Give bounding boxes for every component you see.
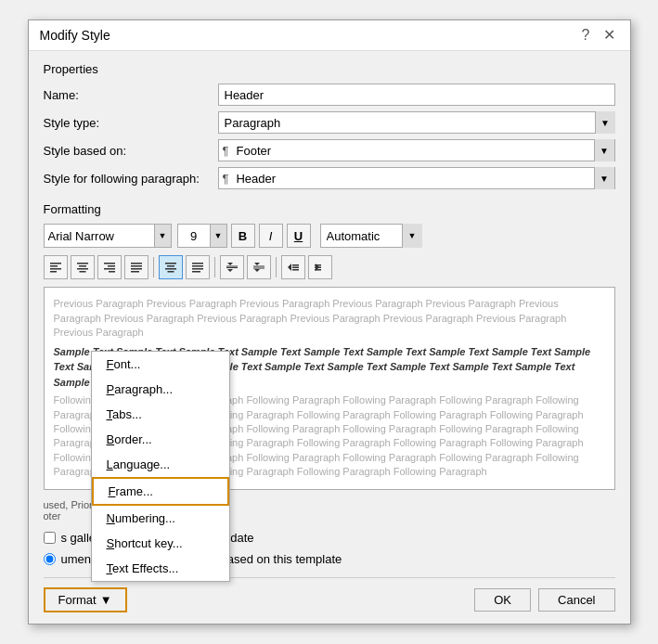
svg-marker-28 xyxy=(254,263,260,265)
title-bar-controls: ? ✕ xyxy=(578,28,619,43)
svg-rect-16 xyxy=(165,263,176,264)
ok-button[interactable]: OK xyxy=(474,588,531,612)
menu-item-language[interactable]: Language... xyxy=(92,452,229,477)
svg-rect-23 xyxy=(192,271,200,273)
align-left-btn[interactable] xyxy=(44,255,68,279)
style-type-select[interactable]: Paragraph xyxy=(218,111,615,134)
only-doc-label[interactable]: ument xyxy=(44,552,95,566)
help-button[interactable]: ? xyxy=(578,28,594,43)
style-based-arrow: ▼ xyxy=(594,139,614,161)
align-separator-1 xyxy=(153,257,154,277)
style-following-label: Style for following paragraph: xyxy=(44,167,211,189)
properties-grid: Name: Style type: Paragraph ▼ Style base… xyxy=(44,84,615,189)
font-name-dropdown[interactable]: ▼ xyxy=(155,224,172,248)
svg-rect-14 xyxy=(131,268,142,270)
indent-decrease-btn[interactable] xyxy=(281,255,305,279)
align-right-btn[interactable] xyxy=(97,255,122,279)
color-select[interactable]: Automatic xyxy=(320,224,422,248)
svg-rect-2 xyxy=(50,268,61,270)
style-based-select-box: ¶ Footer ▼ xyxy=(218,139,615,161)
align-center2-btn[interactable] xyxy=(159,255,183,279)
cancel-button[interactable]: Cancel xyxy=(538,588,614,612)
font-name-input[interactable] xyxy=(44,224,155,248)
align-separator-2 xyxy=(214,257,215,277)
align-justify2-btn[interactable] xyxy=(186,255,210,279)
ok-cancel-row: OK Cancel xyxy=(474,588,614,612)
para-spacing-btn[interactable] xyxy=(247,255,271,279)
svg-rect-13 xyxy=(131,265,142,267)
svg-rect-27 xyxy=(226,267,238,268)
svg-rect-30 xyxy=(253,266,264,267)
preview-previous: Previous Paragraph Previous Paragraph Pr… xyxy=(54,297,605,340)
font-size-dropdown[interactable]: ▼ xyxy=(211,224,227,248)
style-based-select[interactable]: Footer xyxy=(232,140,593,161)
style-following-select-box: ¶ Header ▼ xyxy=(218,167,615,189)
name-value-wrapper xyxy=(218,84,615,106)
close-button[interactable]: ✕ xyxy=(600,28,619,43)
svg-rect-39 xyxy=(315,269,321,271)
format-button[interactable]: Format ▼ xyxy=(44,587,127,612)
dialog-title: Modify Style xyxy=(40,28,110,43)
menu-item-text-effects[interactable]: Text Effects... xyxy=(92,556,229,581)
svg-rect-33 xyxy=(292,264,299,266)
svg-rect-26 xyxy=(226,266,238,267)
svg-rect-22 xyxy=(192,268,203,270)
para-icon-following: ¶ xyxy=(219,172,233,186)
menu-item-shortcut[interactable]: Shortcut key... xyxy=(92,531,229,556)
svg-rect-8 xyxy=(104,263,115,264)
menu-item-numbering[interactable]: Numbering... xyxy=(92,506,229,531)
menu-item-tabs[interactable]: Tabs... xyxy=(92,402,229,427)
format-toolbar: ▼ ▼ B I U Automatic ▼ xyxy=(44,224,615,248)
svg-rect-15 xyxy=(131,271,139,273)
bold-button[interactable]: B xyxy=(231,224,255,248)
style-type-wrapper: Paragraph ▼ xyxy=(218,111,615,134)
formatting-label: Formatting xyxy=(44,202,615,216)
svg-rect-37 xyxy=(315,264,321,266)
add-to-gallery-checkbox[interactable] xyxy=(44,532,56,544)
style-based-label: Style based on: xyxy=(44,139,211,161)
svg-rect-4 xyxy=(77,263,88,264)
menu-item-border[interactable]: Border... xyxy=(92,427,229,452)
svg-rect-20 xyxy=(192,263,203,264)
name-label: Name: xyxy=(44,84,211,106)
menu-item-frame[interactable]: Frame... xyxy=(92,477,229,506)
properties-label: Properties xyxy=(44,62,615,76)
svg-rect-7 xyxy=(79,271,85,273)
title-bar: Modify Style ? ✕ xyxy=(29,20,630,51)
svg-rect-18 xyxy=(165,268,176,270)
svg-marker-24 xyxy=(227,263,233,265)
align-separator-3 xyxy=(276,257,277,277)
font-size-input[interactable] xyxy=(177,224,211,248)
svg-rect-5 xyxy=(79,265,86,267)
line-spacing-btn[interactable] xyxy=(220,255,244,279)
style-following-wrapper: ¶ Header ▼ xyxy=(218,167,615,189)
svg-rect-35 xyxy=(292,269,299,271)
align-center-btn[interactable] xyxy=(71,255,95,279)
underline-button[interactable]: U xyxy=(287,224,311,248)
font-name-wrapper: ▼ xyxy=(44,224,174,248)
svg-marker-29 xyxy=(254,269,260,272)
style-following-select[interactable]: Header xyxy=(232,168,593,188)
style-following-arrow: ▼ xyxy=(594,167,614,189)
style-type-label: Style type: xyxy=(44,111,211,134)
align-justify-btn[interactable] xyxy=(124,255,148,279)
svg-rect-31 xyxy=(253,268,264,269)
svg-marker-32 xyxy=(288,264,291,271)
name-input[interactable] xyxy=(218,84,615,106)
menu-item-paragraph[interactable]: Paragraph... xyxy=(92,377,229,402)
indent-increase-btn[interactable] xyxy=(308,255,332,279)
svg-rect-38 xyxy=(315,267,321,269)
svg-marker-25 xyxy=(227,269,233,272)
svg-rect-6 xyxy=(77,268,88,270)
para-icon-based: ¶ xyxy=(219,144,233,158)
bottom-row: Format ▼ OK Cancel xyxy=(44,577,615,612)
svg-rect-1 xyxy=(50,265,58,267)
svg-rect-10 xyxy=(104,268,115,270)
color-wrapper: Automatic ▼ xyxy=(320,224,422,248)
svg-rect-3 xyxy=(50,271,57,273)
svg-rect-34 xyxy=(292,267,299,269)
menu-item-font[interactable]: Font... xyxy=(92,352,229,377)
svg-rect-0 xyxy=(50,263,61,264)
italic-button[interactable]: I xyxy=(259,224,283,248)
only-doc-radio[interactable] xyxy=(44,553,56,565)
